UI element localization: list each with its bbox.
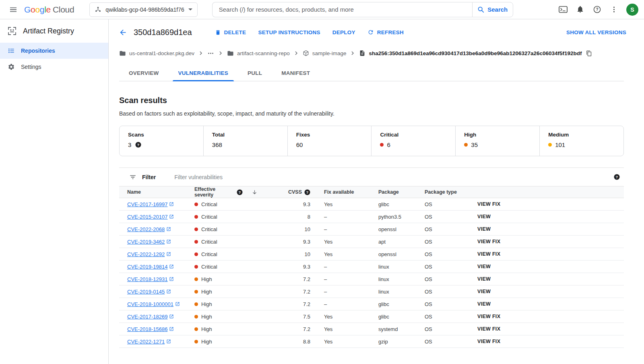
deploy-button[interactable]: DEPLOY (326, 26, 361, 39)
table-cell: OS (425, 301, 477, 307)
view-fix-button[interactable]: VIEW FIX (477, 239, 500, 244)
table-cell: Yes (324, 339, 378, 345)
more-options-button[interactable] (606, 2, 621, 17)
column-header-package[interactable]: Package (378, 189, 425, 195)
severity-label: Critical (201, 226, 217, 232)
package-icon (303, 50, 309, 56)
svg-text:?: ? (596, 7, 598, 12)
sidebar-item-repositories[interactable]: Repositories (0, 43, 108, 59)
column-header-fix[interactable]: Fix available (324, 189, 378, 195)
table-row: CVE-2018-1000001High7.2–glibcOSVIEW (119, 298, 624, 310)
severity-label: Critical (201, 201, 217, 207)
stat-total: Total368 (203, 126, 287, 156)
view-fix-button[interactable]: VIEW FIX (477, 326, 500, 332)
hamburger-menu-button[interactable] (6, 2, 21, 17)
sidebar-item-settings[interactable]: Settings (0, 59, 108, 75)
view-button[interactable]: VIEW (477, 264, 491, 269)
cloud-shell-button[interactable] (555, 2, 571, 17)
cve-link[interactable]: CVE-2022-1292 (127, 251, 165, 257)
product-header: Artifact Registry (0, 19, 108, 43)
back-button[interactable] (115, 25, 130, 40)
table-cell: OS (425, 276, 477, 282)
cvss-help-icon[interactable]: ? (304, 189, 310, 195)
cve-link[interactable]: CVE-2022-1271 (127, 339, 165, 345)
sidebar: Artifact Registry RepositoriesSettings (0, 19, 109, 364)
search-button[interactable]: Search (472, 2, 513, 17)
view-button[interactable]: VIEW (477, 276, 491, 282)
cve-link[interactable]: CVE-2017-18269 (127, 314, 167, 320)
view-button[interactable]: VIEW (477, 226, 491, 232)
project-selector[interactable]: qwiklabs-gcp-04-986b59da1f76 (89, 2, 197, 17)
table-row: CVE-2015-20107Critical8–python3.5OSVIEW (119, 211, 624, 223)
view-button[interactable]: VIEW (477, 214, 491, 219)
tab-manifest[interactable]: MANIFEST (272, 65, 320, 81)
scans-help-icon[interactable]: ? (135, 142, 141, 148)
breadcrumb-item[interactable]: sample-image (303, 50, 347, 56)
cve-link[interactable]: CVE-2017-16997 (127, 201, 167, 207)
tab-vulnerabilities[interactable]: VULNERABILITIES (169, 65, 238, 81)
breadcrumb-item[interactable]: sha256:350d1a869d1ea96cd930417d13be6a0d9… (359, 50, 582, 56)
view-fix-button[interactable]: VIEW FIX (477, 314, 500, 319)
breadcrumb-item[interactable]: artifact-scanning-repo (227, 50, 290, 57)
view-fix-button[interactable]: VIEW FIX (477, 251, 500, 257)
table-cell: 7.2 (258, 276, 310, 282)
column-header-cvss-label: CVSS (288, 189, 302, 195)
table-cell: linux (378, 289, 425, 295)
severity-label: High (201, 276, 212, 282)
tab-overview[interactable]: OVERVIEW (119, 65, 169, 81)
copy-icon[interactable] (586, 50, 592, 56)
table-cell: Yes (324, 326, 378, 332)
delete-button[interactable]: DELETE (209, 26, 252, 39)
external-link-icon (169, 214, 174, 219)
column-header-cvss[interactable]: CVSS ? (258, 189, 310, 195)
global-search: Search (212, 2, 513, 17)
document-icon (359, 50, 365, 56)
view-button[interactable]: VIEW (477, 301, 491, 307)
cve-link[interactable]: CVE-2019-19814 (127, 264, 167, 270)
breadcrumb-item[interactable] (207, 50, 214, 57)
breadcrumb-item[interactable]: us-central1-docker.pkg.dev (119, 50, 194, 57)
table-cell: – (324, 214, 378, 220)
bell-icon (576, 6, 584, 13)
table-row: CVE-2018-15686High7.2YessystemdOSVIEW FI… (119, 323, 624, 335)
cve-link[interactable]: CVE-2018-12931 (127, 276, 167, 282)
page-title: 350d1a869d1ea (134, 28, 192, 37)
folder-icon (227, 50, 234, 57)
table-help-icon[interactable]: ? (614, 174, 620, 180)
cve-link[interactable]: CVE-2018-15686 (127, 326, 167, 332)
view-fix-button[interactable]: VIEW FIX (477, 201, 500, 207)
filter-input[interactable] (174, 174, 614, 180)
cve-link[interactable]: CVE-2015-20107 (127, 214, 167, 220)
cve-link[interactable]: CVE-2019-0145 (127, 289, 165, 295)
show-all-versions-button[interactable]: SHOW ALL VERSIONS (566, 29, 626, 35)
google-logo-wordmark: Google (24, 5, 51, 14)
stat-value: 6 (387, 141, 390, 148)
view-button[interactable]: VIEW (477, 289, 491, 294)
setup-instructions-button[interactable]: SETUP INSTRUCTIONS (252, 26, 326, 39)
table-row: CVE-2019-19814Critical9.3–linuxOSVIEW (119, 261, 624, 273)
avatar[interactable]: S (626, 4, 638, 16)
column-header-name[interactable]: Name (127, 189, 194, 195)
sidebar-nav: RepositoriesSettings (0, 43, 108, 75)
view-fix-button[interactable]: VIEW FIX (477, 339, 500, 344)
external-link-icon (166, 339, 171, 344)
table-cell: 8.8 (258, 339, 310, 345)
more-vert-icon (610, 6, 618, 13)
table-cell: – (324, 289, 378, 295)
refresh-icon (367, 29, 374, 35)
cve-link[interactable]: CVE-2019-3462 (127, 239, 165, 245)
table-cell: linux (378, 264, 425, 270)
column-header-severity[interactable]: Effective severity ? (194, 186, 258, 198)
column-header-package-type[interactable]: Package type (425, 189, 477, 195)
tab-pull[interactable]: PULL (238, 65, 272, 81)
sort-descending-icon[interactable] (252, 189, 258, 195)
cve-link[interactable]: CVE-2018-1000001 (127, 301, 173, 307)
cve-link[interactable]: CVE-2022-2068 (127, 226, 165, 232)
severity-help-icon[interactable]: ? (237, 189, 243, 195)
refresh-button[interactable]: REFRESH (361, 26, 410, 39)
help-button[interactable]: ? (589, 2, 605, 17)
search-input[interactable] (212, 2, 472, 17)
table-cell: 9.3 (258, 201, 310, 207)
external-link-icon (169, 327, 174, 331)
notifications-button[interactable] (572, 2, 588, 17)
